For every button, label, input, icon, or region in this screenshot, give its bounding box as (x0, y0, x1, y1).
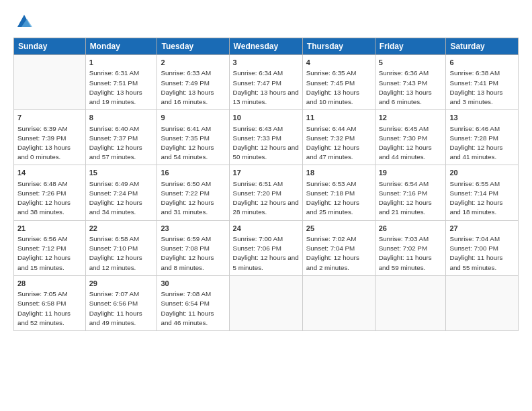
day-info: Sunrise: 6:45 AM Sunset: 7:30 PM Dayligh… (379, 124, 443, 163)
day-info: Sunrise: 6:38 AM Sunset: 7:41 PM Dayligh… (449, 68, 515, 107)
day-number: 26 (379, 224, 443, 234)
day-info: Sunrise: 6:58 AM Sunset: 7:10 PM Dayligh… (89, 234, 154, 273)
calendar-cell: 23Sunrise: 6:59 AM Sunset: 7:08 PM Dayli… (157, 220, 229, 275)
day-info: Sunrise: 6:36 AM Sunset: 7:43 PM Dayligh… (379, 68, 443, 107)
calendar-cell: 7Sunrise: 6:39 AM Sunset: 7:39 PM Daylig… (14, 110, 86, 165)
logo-icon (15, 12, 34, 31)
calendar-cell: 13Sunrise: 6:46 AM Sunset: 7:28 PM Dayli… (446, 110, 519, 165)
day-info: Sunrise: 7:03 AM Sunset: 7:02 PM Dayligh… (379, 234, 443, 273)
week-row-3: 21Sunrise: 6:56 AM Sunset: 7:12 PM Dayli… (14, 220, 519, 275)
week-row-0: 1Sunrise: 6:31 AM Sunset: 7:51 PM Daylig… (14, 55, 519, 110)
calendar-cell: 3Sunrise: 6:34 AM Sunset: 7:47 PM Daylig… (229, 55, 302, 110)
day-info: Sunrise: 6:56 AM Sunset: 7:12 PM Dayligh… (17, 234, 82, 273)
day-info: Sunrise: 7:04 AM Sunset: 7:00 PM Dayligh… (449, 234, 515, 273)
day-number: 27 (449, 224, 515, 234)
header-day-thursday: Thursday (302, 38, 375, 55)
day-number: 29 (89, 279, 154, 289)
calendar-cell: 30Sunrise: 7:08 AM Sunset: 6:54 PM Dayli… (157, 275, 229, 330)
calendar-cell: 24Sunrise: 7:00 AM Sunset: 7:06 PM Dayli… (229, 220, 302, 275)
calendar-cell: 12Sunrise: 6:45 AM Sunset: 7:30 PM Dayli… (375, 110, 446, 165)
calendar-cell: 16Sunrise: 6:50 AM Sunset: 7:22 PM Dayli… (157, 165, 229, 220)
day-number: 2 (161, 58, 225, 68)
day-info: Sunrise: 6:31 AM Sunset: 7:51 PM Dayligh… (89, 68, 154, 107)
calendar-cell: 10Sunrise: 6:43 AM Sunset: 7:33 PM Dayli… (229, 110, 302, 165)
calendar-cell (229, 275, 302, 330)
day-info: Sunrise: 6:50 AM Sunset: 7:22 PM Dayligh… (161, 179, 225, 218)
calendar-cell: 22Sunrise: 6:58 AM Sunset: 7:10 PM Dayli… (85, 220, 157, 275)
week-row-1: 7Sunrise: 6:39 AM Sunset: 7:39 PM Daylig… (14, 110, 519, 165)
day-number: 14 (17, 168, 82, 178)
day-info: Sunrise: 6:39 AM Sunset: 7:39 PM Dayligh… (17, 124, 82, 163)
day-number: 22 (89, 224, 154, 234)
calendar-body: 1Sunrise: 6:31 AM Sunset: 7:51 PM Daylig… (14, 55, 519, 331)
calendar-cell: 11Sunrise: 6:44 AM Sunset: 7:32 PM Dayli… (302, 110, 375, 165)
day-number: 12 (379, 113, 443, 123)
day-number: 4 (306, 58, 371, 68)
day-number: 18 (306, 168, 371, 178)
day-number: 24 (233, 224, 299, 234)
calendar-cell: 1Sunrise: 6:31 AM Sunset: 7:51 PM Daylig… (85, 55, 157, 110)
header-day-friday: Friday (375, 38, 446, 55)
day-info: Sunrise: 7:02 AM Sunset: 7:04 PM Dayligh… (306, 234, 371, 273)
calendar-cell: 9Sunrise: 6:41 AM Sunset: 7:35 PM Daylig… (157, 110, 229, 165)
day-info: Sunrise: 6:49 AM Sunset: 7:24 PM Dayligh… (89, 179, 154, 218)
week-row-4: 28Sunrise: 7:05 AM Sunset: 6:58 PM Dayli… (14, 275, 519, 330)
day-number: 15 (89, 168, 154, 178)
calendar-cell: 14Sunrise: 6:48 AM Sunset: 7:26 PM Dayli… (14, 165, 86, 220)
day-number: 1 (89, 58, 154, 68)
calendar-cell: 19Sunrise: 6:54 AM Sunset: 7:16 PM Dayli… (375, 165, 446, 220)
calendar-cell: 26Sunrise: 7:03 AM Sunset: 7:02 PM Dayli… (375, 220, 446, 275)
day-number: 7 (17, 113, 82, 123)
calendar-cell: 28Sunrise: 7:05 AM Sunset: 6:58 PM Dayli… (14, 275, 86, 330)
day-info: Sunrise: 6:53 AM Sunset: 7:18 PM Dayligh… (306, 179, 371, 218)
day-info: Sunrise: 6:48 AM Sunset: 7:26 PM Dayligh… (17, 179, 82, 218)
calendar-cell (446, 275, 519, 330)
calendar-cell (375, 275, 446, 330)
header (13, 12, 519, 31)
header-day-wednesday: Wednesday (229, 38, 302, 55)
calendar-cell: 27Sunrise: 7:04 AM Sunset: 7:00 PM Dayli… (446, 220, 519, 275)
calendar: SundayMondayTuesdayWednesdayThursdayFrid… (13, 38, 519, 331)
day-number: 10 (233, 113, 299, 123)
day-number: 9 (161, 113, 225, 123)
header-day-saturday: Saturday (446, 38, 519, 55)
day-info: Sunrise: 6:55 AM Sunset: 7:14 PM Dayligh… (449, 179, 515, 218)
calendar-cell: 2Sunrise: 6:33 AM Sunset: 7:49 PM Daylig… (157, 55, 229, 110)
header-day-monday: Monday (85, 38, 157, 55)
day-info: Sunrise: 6:41 AM Sunset: 7:35 PM Dayligh… (161, 124, 225, 163)
calendar-cell: 21Sunrise: 6:56 AM Sunset: 7:12 PM Dayli… (14, 220, 86, 275)
day-info: Sunrise: 6:44 AM Sunset: 7:32 PM Dayligh… (306, 124, 371, 163)
header-day-sunday: Sunday (14, 38, 86, 55)
day-number: 11 (306, 113, 371, 123)
day-number: 13 (449, 113, 515, 123)
day-number: 20 (449, 168, 515, 178)
day-info: Sunrise: 6:43 AM Sunset: 7:33 PM Dayligh… (233, 124, 299, 163)
calendar-cell: 5Sunrise: 6:36 AM Sunset: 7:43 PM Daylig… (375, 55, 446, 110)
day-info: Sunrise: 7:05 AM Sunset: 6:58 PM Dayligh… (17, 289, 82, 328)
day-number: 30 (161, 279, 225, 289)
day-number: 28 (17, 279, 82, 289)
calendar-cell (302, 275, 375, 330)
calendar-cell: 20Sunrise: 6:55 AM Sunset: 7:14 PM Dayli… (446, 165, 519, 220)
day-number: 3 (233, 58, 299, 68)
day-info: Sunrise: 6:33 AM Sunset: 7:49 PM Dayligh… (161, 68, 225, 107)
calendar-cell (14, 55, 86, 110)
logo (13, 12, 34, 31)
day-info: Sunrise: 6:46 AM Sunset: 7:28 PM Dayligh… (449, 124, 515, 163)
day-number: 21 (17, 224, 82, 234)
day-info: Sunrise: 6:35 AM Sunset: 7:45 PM Dayligh… (306, 68, 371, 107)
day-info: Sunrise: 6:51 AM Sunset: 7:20 PM Dayligh… (233, 179, 299, 218)
day-number: 6 (449, 58, 515, 68)
day-info: Sunrise: 7:08 AM Sunset: 6:54 PM Dayligh… (161, 289, 225, 328)
calendar-cell: 15Sunrise: 6:49 AM Sunset: 7:24 PM Dayli… (85, 165, 157, 220)
day-number: 25 (306, 224, 371, 234)
day-number: 5 (379, 58, 443, 68)
calendar-cell: 6Sunrise: 6:38 AM Sunset: 7:41 PM Daylig… (446, 55, 519, 110)
day-number: 17 (233, 168, 299, 178)
day-number: 19 (379, 168, 443, 178)
page: SundayMondayTuesdayWednesdayThursdayFrid… (0, 0, 532, 411)
calendar-cell: 8Sunrise: 6:40 AM Sunset: 7:37 PM Daylig… (85, 110, 157, 165)
header-day-tuesday: Tuesday (157, 38, 229, 55)
calendar-cell: 25Sunrise: 7:02 AM Sunset: 7:04 PM Dayli… (302, 220, 375, 275)
day-number: 8 (89, 113, 154, 123)
